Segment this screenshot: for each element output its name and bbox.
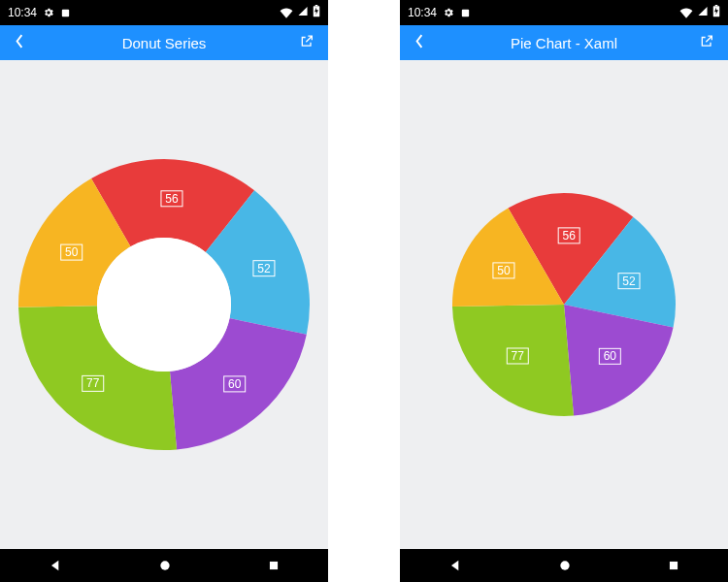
svg-rect-0	[62, 9, 69, 16]
nav-home-button[interactable]	[157, 558, 173, 573]
open-external-icon	[299, 34, 314, 49]
app-bar: Donut Series	[0, 25, 328, 60]
svg-point-28	[560, 561, 569, 569]
svg-text:52: 52	[622, 275, 636, 288]
svg-point-13	[160, 561, 169, 569]
donut-hole	[97, 238, 231, 372]
open-external-button[interactable]	[295, 30, 318, 56]
gear-icon	[43, 7, 54, 18]
cell-signal-icon	[297, 6, 309, 19]
svg-text:50: 50	[497, 264, 511, 277]
svg-text:77: 77	[86, 376, 100, 390]
pie-chart: 5652607750	[438, 149, 690, 460]
nav-recent-button[interactable]	[267, 559, 281, 572]
battery-charging-icon	[712, 5, 720, 20]
gear-icon	[443, 7, 454, 18]
battery-charging-icon	[313, 5, 320, 20]
triangle-back-icon	[48, 558, 63, 573]
svg-rect-29	[670, 562, 678, 569]
square-recent-icon	[267, 559, 281, 572]
svg-text:50: 50	[65, 245, 79, 259]
chart-area-donut: 5652607750	[0, 60, 328, 549]
nav-home-button[interactable]	[557, 558, 573, 573]
triangle-back-icon	[447, 558, 463, 573]
circle-home-icon	[557, 558, 573, 573]
status-bar: 10:34	[400, 0, 728, 25]
app-bar: Pie Chart - Xaml	[400, 25, 728, 60]
open-external-button[interactable]	[695, 30, 718, 56]
cell-signal-icon	[697, 6, 709, 19]
status-bar: 10:34	[0, 0, 328, 25]
open-external-icon	[699, 34, 714, 49]
card-icon	[60, 8, 71, 18]
svg-text:52: 52	[257, 262, 271, 275]
circle-home-icon	[157, 558, 173, 573]
status-time: 10:34	[8, 6, 37, 19]
svg-rect-2	[315, 5, 318, 6]
chart-area-pie: 5652607750	[400, 60, 728, 549]
nav-back-button[interactable]	[447, 558, 463, 573]
nav-recent-button[interactable]	[667, 559, 680, 572]
svg-rect-15	[462, 9, 469, 16]
svg-text:56: 56	[563, 229, 577, 242]
svg-text:56: 56	[165, 192, 179, 206]
svg-text:77: 77	[512, 349, 525, 363]
page-title: Pie Chart - Xaml	[511, 35, 617, 51]
status-time: 10:34	[408, 6, 437, 19]
chevron-left-icon	[14, 34, 25, 49]
svg-text:60: 60	[604, 349, 617, 363]
android-nav-bar	[400, 549, 728, 582]
svg-rect-17	[715, 5, 718, 6]
wifi-icon	[280, 8, 293, 18]
phone-right: 10:34	[400, 0, 728, 582]
back-button[interactable]	[10, 30, 29, 56]
nav-back-button[interactable]	[48, 558, 63, 573]
wifi-icon	[679, 8, 693, 18]
card-icon	[460, 8, 471, 18]
square-recent-icon	[667, 559, 680, 572]
page-title: Donut Series	[122, 35, 207, 51]
phone-left: 10:34	[0, 0, 328, 582]
donut-chart: 5652607750	[14, 120, 314, 489]
back-button[interactable]	[410, 30, 429, 56]
android-nav-bar	[0, 549, 328, 582]
svg-text:60: 60	[228, 377, 242, 391]
svg-rect-14	[270, 562, 278, 569]
chevron-left-icon	[414, 34, 425, 49]
